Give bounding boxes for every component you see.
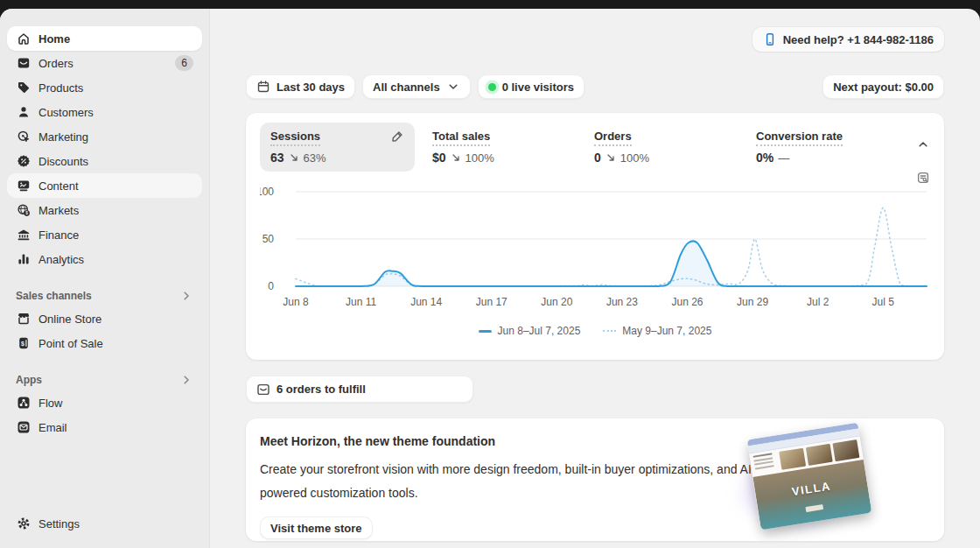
chevron-right-icon[interactable] [179,289,193,303]
chevron-down-icon [446,80,460,94]
sidebar-item-label: Content [38,179,193,193]
metric-delta: 100% [620,151,649,165]
metric-delta: — [778,151,789,165]
sidebar-item-orders[interactable]: Orders6 [7,51,202,75]
horizon-title: Meet Horizon, the new theme foundation [260,434,763,448]
count-badge: 6 [175,55,193,71]
svg-text:Jun 23: Jun 23 [606,296,638,308]
visit-theme-store-button[interactable]: Visit theme store [260,516,373,539]
arrow-down-right-icon [606,152,616,163]
theme-browser-mockup: VILLA [747,423,872,530]
sidebar-item-analytics[interactable]: Analytics [7,247,202,271]
store-icon [16,312,31,327]
metric-tile-total-sales[interactable]: Total sales $0 100% [422,123,577,172]
date-range-label: Last 30 days [276,81,345,94]
analytics-icon [16,252,31,267]
horizon-body: Create your storefront vision with more … [260,458,763,505]
metric-label: Conversion rate [756,130,843,146]
metric-tile-sessions[interactable]: Sessions 63 63% [260,123,415,172]
sidebar-item-customers[interactable]: Customers [7,100,202,124]
need-help-button[interactable]: Need help? +1 844-982-1186 [752,27,944,52]
calendar-icon [256,80,270,94]
channels-button[interactable]: All channels [362,74,471,99]
sidebar-item-finance[interactable]: Finance [7,222,202,247]
sidebar-item-label: Finance [38,228,193,242]
sidebar-item-markets[interactable]: $Markets [7,198,202,222]
view-report-button[interactable] [914,169,932,186]
sidebar-item-label: Online Store [38,313,193,326]
svg-text:Jun 29: Jun 29 [737,296,768,308]
metric-tile-orders[interactable]: Orders 0 100% [584,123,738,172]
metric-value: $0 [432,151,446,165]
sidebar-item-products[interactable]: Products [7,75,202,100]
content-icon [16,179,31,193]
chevron-up-icon [916,137,930,151]
metric-delta: 100% [466,151,494,165]
sidebar-item-label: Orders [38,57,167,70]
section-label: Apps [16,374,42,386]
metric-tile-conversion-rate[interactable]: Conversion rate 0% — [746,123,900,172]
sidebar-item-home[interactable]: Home [7,26,202,51]
svg-text:Jul 2: Jul 2 [807,296,830,308]
live-visitors-button[interactable]: 0 live visitors [478,74,584,99]
sidebar-item-label: Point of Sale [38,337,193,350]
sidebar-item-label: Settings [38,517,193,530]
horizon-promo-card: Meet Horizon, the new theme foundation C… [246,418,944,541]
sidebar-section-apps: Apps [7,369,202,390]
analytics-overview-card: Sessions 63 63% Total sales $0 [246,113,944,360]
metric-delta: 63% [304,151,326,165]
svg-text:Jun 26: Jun 26 [672,296,704,308]
sidebar-item-marketing[interactable]: Marketing [7,124,202,149]
arrow-down-right-icon [289,152,299,163]
metric-tiles: Sessions 63 63% Total sales $0 [260,123,930,172]
chevron-right-icon[interactable] [179,373,193,387]
svg-text:Jun 17: Jun 17 [476,296,508,308]
sidebar-item-discounts[interactable]: Discounts [7,149,202,173]
horizon-text-block: Meet Horizon, the new theme foundation C… [260,434,763,525]
metric-label: Orders [594,130,632,146]
svg-text:Jun 14: Jun 14 [410,296,442,308]
live-visitors-label: 0 live visitors [502,81,574,94]
sidebar-item-label: Customers [38,106,193,119]
top-bar [0,0,980,9]
sidebar-item-flow[interactable]: Flow [7,390,202,415]
marketing-icon [16,130,31,144]
sidebar-item-online-store[interactable]: Online Store [7,306,202,331]
metric-label: Sessions [270,130,320,146]
metric-label: Total sales [432,130,490,146]
svg-text:Jun 8: Jun 8 [283,296,309,308]
sidebar-item-content[interactable]: Content [7,173,202,198]
date-range-button[interactable]: Last 30 days [246,74,355,99]
live-indicator-dot [488,83,496,91]
legend-item: May 9–Jun 7, 2025 [603,325,711,337]
need-help-label: Need help? +1 844-982-1186 [783,33,934,46]
help-row: Need help? +1 844-982-1186 [246,9,944,52]
sidebar-spacer [7,439,202,511]
orders-to-fulfill-button[interactable]: 6 orders to fulfill [246,376,473,403]
sidebar-item-settings[interactable]: Settings [7,511,202,536]
sidebar-main-nav: HomeOrders6ProductsCustomersMarketingDis… [7,26,202,271]
flow-icon [16,396,31,411]
arrow-down-right-icon [451,152,461,163]
pos-icon: $ [16,336,31,351]
svg-text:$: $ [25,211,28,215]
app-surface: HomeOrders6ProductsCustomersMarketingDis… [0,9,980,548]
customers-icon [16,105,31,120]
main-content: Need help? +1 844-982-1186 Last 30 days … [210,9,980,548]
theme-title-text: VILLA [791,479,832,498]
sidebar-item-point-of-sale[interactable]: $Point of Sale [7,331,202,355]
sidebar-item-label: Products [38,81,193,95]
collapse-card-button[interactable] [914,136,932,153]
pencil-icon[interactable] [390,130,404,144]
next-payout-button[interactable]: Next payout: $0.00 [822,74,944,99]
metric-value: 0% [756,151,774,165]
sidebar-item-label: Email [38,421,193,434]
chart-legend: Jun 8–Jul 7, 2025May 9–Jun 7, 2025 [260,325,930,337]
metric-value: 0 [594,151,601,165]
home-icon [16,32,31,46]
orders-icon [16,56,31,71]
settings-gear-icon [16,516,31,531]
metric-value: 63 [270,151,284,165]
sidebar-item-email[interactable]: Email [7,415,202,439]
report-search-icon [916,171,930,185]
